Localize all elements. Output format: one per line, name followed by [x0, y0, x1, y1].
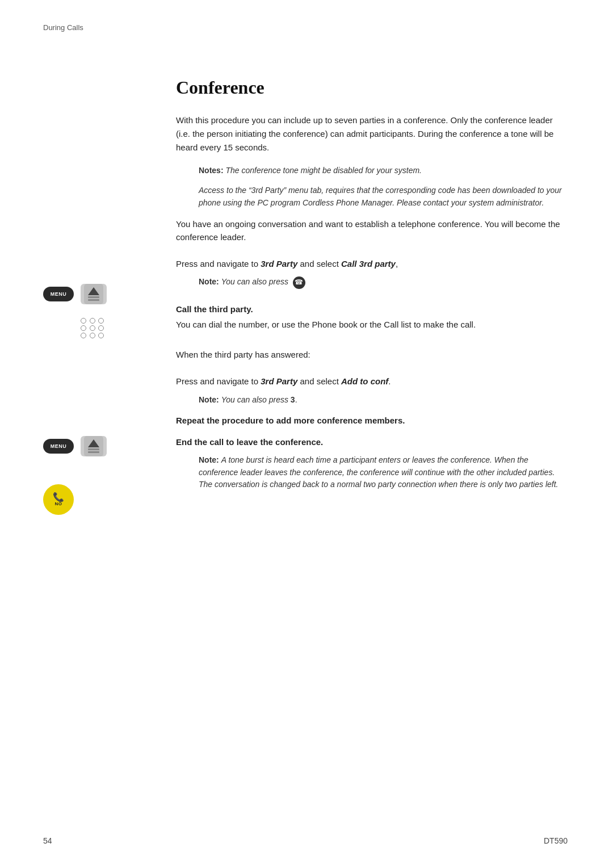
step-5-instruction: End the call to leave the conference.	[176, 435, 568, 448]
svg-rect-6	[88, 448, 99, 450]
step-1-instruction: Press and navigate to 3rd Party and sele…	[176, 257, 568, 270]
final-note: Note: A tone burst is heard each time a …	[199, 454, 568, 491]
step-1-note: Note: You can also press ☎	[199, 276, 568, 288]
step-2-title: Call the third party.	[176, 303, 568, 316]
svg-rect-4	[84, 436, 103, 456]
step-3-instruction: Press and navigate to 3rd Party and sele…	[176, 375, 568, 388]
svg-rect-2	[88, 296, 99, 298]
keypad-icon	[81, 318, 106, 338]
step-4-instruction: Repeat the procedure to add more confere…	[176, 414, 568, 427]
answered-text: When the third party has answered:	[176, 348, 568, 361]
conference-phone-icon: ☎	[293, 276, 305, 289]
page-title: Conference	[176, 74, 568, 102]
step-3-bold-italic-2: Add to conf	[341, 376, 388, 386]
note-1: Notes: The conference tone might be disa…	[199, 165, 568, 177]
setup-text: You have an ongoing conversation and wan…	[176, 217, 568, 244]
step-3-note-bold: 3	[291, 395, 295, 404]
svg-rect-0	[84, 284, 103, 304]
icon-row-keypad	[43, 318, 106, 338]
step-3-section: Press and navigate to 3rd Party and sele…	[176, 375, 568, 406]
end-call-button: 📞 NO	[43, 484, 74, 515]
step-3-note-end: .	[295, 395, 297, 404]
step-1-mid: and select	[297, 259, 341, 269]
svg-rect-7	[88, 451, 99, 453]
step-1-note-label: Note:	[199, 277, 219, 286]
step-1-pre: Press and navigate to	[176, 259, 261, 269]
step-1-end: ,	[396, 259, 398, 269]
icon-row-1: MENU	[43, 284, 107, 304]
icon-row-end-call: 📞 NO	[43, 484, 74, 515]
note-1-text: The conference tone might be disabled fo…	[224, 166, 422, 175]
step-2-section: Call the third party. You can dial the n…	[176, 303, 568, 332]
page-number: 54	[43, 836, 52, 845]
step-3-note-label: Note:	[199, 395, 219, 404]
nav-button-1	[81, 284, 107, 304]
page-footer: 54 DT590	[43, 836, 568, 845]
note-2-text: Access to the “3rd Party” menu tab, requ…	[199, 186, 562, 207]
step-3-bold-italic-1: 3rd Party	[261, 376, 297, 386]
svg-rect-3	[88, 299, 99, 301]
step-1-bold-italic-2: Call 3rd party	[341, 259, 396, 269]
step-1-note-text: You can also press	[221, 277, 288, 286]
final-note-label: Note:	[199, 455, 219, 464]
final-note-text: A tone burst is heard each time a partic…	[199, 455, 558, 489]
main-content: Conference With this procedure you can i…	[176, 74, 568, 499]
step-3-note-text: You can also press	[221, 395, 291, 404]
step-1-section: Press and navigate to 3rd Party and sele…	[176, 257, 568, 289]
step-3-end: .	[388, 376, 391, 386]
menu-button-1: MENU	[43, 287, 74, 301]
step-3-pre: Press and navigate to	[176, 376, 261, 386]
icon-row-2: MENU	[43, 436, 107, 456]
step-3-mid: and select	[297, 376, 341, 386]
product-name: DT590	[544, 836, 568, 845]
intro-paragraph: With this procedure you can include up t…	[176, 114, 568, 154]
note-2: Access to the “3rd Party” menu tab, requ…	[199, 184, 568, 209]
menu-button-2: MENU	[43, 439, 74, 454]
step-1-bold-italic-1: 3rd Party	[261, 259, 297, 269]
nav-button-2	[81, 436, 107, 456]
section-header: During Calls	[43, 23, 83, 32]
note-1-label: Notes:	[199, 166, 224, 175]
step-2-text: You can dial the number, or use the Phon…	[176, 318, 568, 331]
step-3-note: Note: You can also press 3.	[199, 394, 568, 406]
